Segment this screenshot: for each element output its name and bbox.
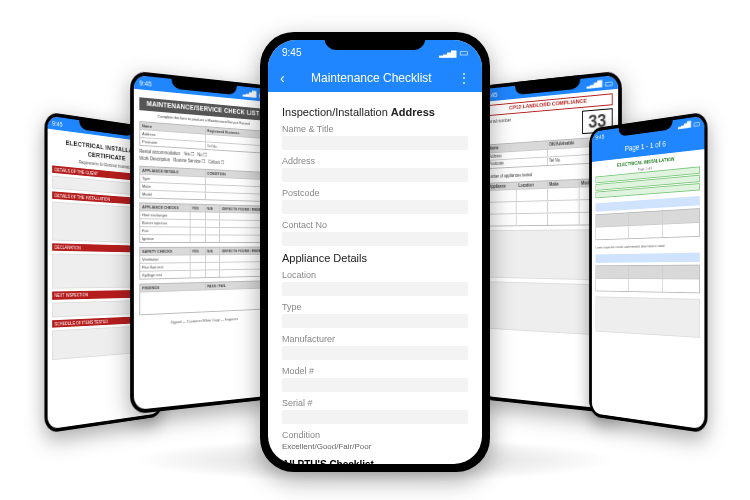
section-address-title: Inspection/Installation Address (282, 106, 468, 118)
field-label: Serial # (282, 398, 468, 408)
text-input[interactable] (282, 200, 468, 214)
background-phone-service-checklist: 9:45 MAINTENANCE/SERVICE CHECK LIST Comp… (130, 70, 273, 414)
text-input[interactable] (282, 136, 468, 150)
field-label: Condition (282, 430, 468, 440)
field-label: Contact No (282, 220, 468, 230)
text-input[interactable] (282, 282, 468, 296)
text-input[interactable] (282, 346, 468, 360)
field-value: Excellent/Good/Fair/Poor (282, 442, 468, 451)
text-input[interactable] (282, 232, 468, 246)
battery-icon (459, 47, 468, 58)
main-phone: 9:45 Maintenance Checklist Inspection/In… (260, 32, 490, 472)
field-label: Location (282, 270, 468, 280)
doc-footer: Signed — Customer White Copy — Engineer (139, 315, 265, 326)
text-input[interactable] (282, 410, 468, 424)
signal-icon (243, 89, 256, 98)
notch (324, 32, 425, 50)
text-input[interactable] (282, 314, 468, 328)
menu-icon[interactable] (458, 71, 470, 85)
field-label: Name & Title (282, 124, 468, 134)
field-label: Model # (282, 366, 468, 376)
signal-icon (678, 120, 690, 129)
field-label: Postcode (282, 188, 468, 198)
field-label: Manufacturer (282, 334, 468, 344)
serial-label: Serial number (487, 116, 511, 124)
battery-icon (693, 118, 700, 129)
signal-icon (587, 80, 601, 89)
signal-icon (439, 47, 455, 58)
status-time: 9:45 (596, 133, 605, 140)
status-time: 9:45 (139, 79, 151, 87)
field-label: Address (282, 156, 468, 166)
back-icon[interactable] (280, 70, 285, 86)
text-input[interactable] (282, 168, 468, 182)
field-label: Type (282, 302, 468, 312)
section-appliance-title: Appliance Details (282, 252, 468, 264)
footer-section-title: All PTU'S Checklist (282, 459, 468, 464)
header-title: Maintenance Checklist (311, 71, 432, 85)
status-time: 9:45 (52, 120, 62, 128)
status-time: 9:45 (282, 47, 301, 58)
battery-icon (604, 77, 612, 89)
text-input[interactable] (282, 378, 468, 392)
background-phone-page1of6: 9:45 Page 1 - 1 of 6 ELECTRICAL INSTALLA… (589, 111, 707, 433)
app-header: Maintenance Checklist (268, 64, 482, 92)
